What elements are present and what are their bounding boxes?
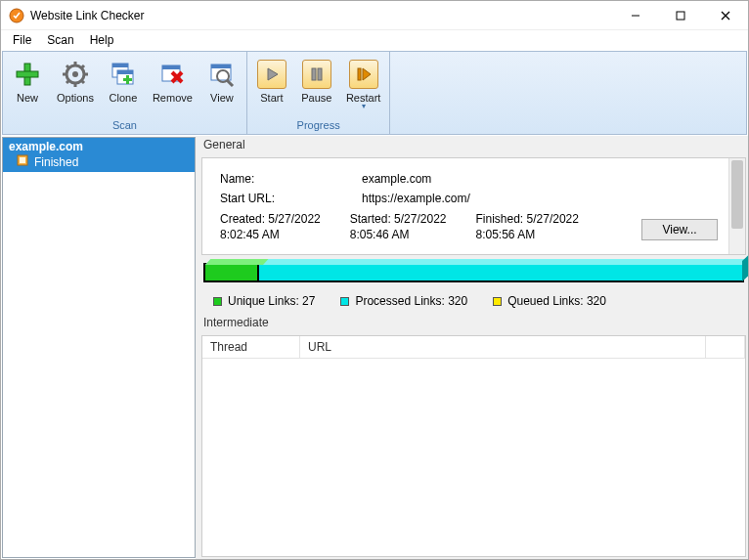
legend-swatch-green [213,297,222,306]
col-end [706,336,745,358]
intermediate-header: Thread URL [202,336,745,359]
legend-unique: Unique Links: 27 [213,294,315,308]
svg-rect-34 [358,68,361,80]
svg-line-30 [227,80,233,86]
ribbon-group-label-scan: Scan [3,117,246,134]
main-panel: General Name: example.com Start URL: htt… [196,136,748,559]
menu-file[interactable]: File [5,31,39,49]
intermediate-section-label: Intermediate [201,314,746,331]
sidebar-item-domain: example.com [9,140,189,153]
titlebar: Website Link Checker [1,1,748,30]
chevron-down-icon: ▾ [346,104,380,109]
legend-swatch-cyan [340,297,349,306]
svg-line-15 [66,80,69,83]
remove-icon [156,59,188,90]
general-scrollbar[interactable] [728,158,745,254]
gear-icon [60,59,91,90]
svg-line-14 [81,80,84,83]
svg-point-8 [72,71,78,77]
svg-rect-33 [318,68,322,80]
svg-rect-2 [677,12,684,20]
col-url[interactable]: URL [300,336,706,358]
created-cell: Created: 5/27/20228:02:45 AM [220,211,321,242]
svg-line-16 [81,65,84,68]
ribbon-group-scan: New Options Clone Remove [3,52,247,134]
svg-rect-28 [211,65,231,68]
intermediate-panel: Thread URL [201,335,746,557]
name-value: example.com [362,172,431,186]
svg-rect-6 [17,71,38,77]
sidebar[interactable]: example.com Finished [2,137,196,558]
view-details-button[interactable]: View... [641,219,718,240]
magnifier-icon [206,59,238,90]
progressbar-done [205,265,259,280]
ribbon: New Options Clone Remove [2,51,747,135]
progressbar [203,263,744,282]
status-icon [17,154,28,169]
svg-rect-20 [117,70,133,74]
pause-icon [301,59,332,90]
maximize-button[interactable] [658,1,703,30]
start-button[interactable]: Start [249,56,294,117]
starturl-label: Start URL: [220,192,362,205]
svg-line-13 [66,65,69,68]
view-button[interactable]: View [199,56,244,117]
app-icon [9,8,24,23]
workspace: example.com Finished General Name: examp… [1,136,748,559]
svg-marker-31 [268,68,278,80]
legend: Unique Links: 27 Processed Links: 320 Qu… [201,288,746,310]
svg-rect-37 [20,157,25,163]
window-title: Website Link Checker [30,9,145,22]
finished-cell: Finished: 5/27/20228:05:56 AM [476,211,579,242]
svg-rect-18 [112,64,128,67]
svg-rect-22 [123,78,132,81]
legend-queued: Queued Links: 320 [493,294,606,308]
sidebar-item-status: Finished [34,155,78,169]
plus-icon [12,59,43,90]
new-button[interactable]: New [5,56,50,117]
menu-scan[interactable]: Scan [39,31,81,49]
svg-marker-35 [363,68,371,80]
clone-button[interactable]: Clone [101,56,146,117]
general-panel: Name: example.com Start URL: https://exa… [201,157,746,255]
starturl-value: https://example.com/ [362,192,470,205]
restart-button[interactable]: Restart▾ [339,56,387,117]
restart-icon [348,59,379,90]
progressbar-wrap [201,259,746,284]
legend-swatch-yellow [493,297,502,306]
close-button[interactable] [703,1,748,30]
svg-rect-24 [162,65,180,69]
started-cell: Started: 5/27/20228:05:46 AM [350,211,447,242]
name-label: Name: [220,172,362,186]
minimize-button[interactable] [613,1,658,30]
pause-button[interactable]: Pause [294,56,339,117]
ribbon-group-label-progress: Progress [247,117,389,134]
general-section-label: General [201,136,746,153]
options-button[interactable]: Options [50,56,101,117]
sidebar-item[interactable]: example.com Finished [3,138,195,172]
svg-rect-32 [312,68,316,80]
legend-processed: Processed Links: 320 [340,294,467,308]
remove-button[interactable]: Remove [146,56,199,117]
menu-help[interactable]: Help [82,31,122,49]
clone-icon [108,59,139,90]
ribbon-group-progress: Start Pause Restart▾ Progress [247,52,390,134]
col-thread[interactable]: Thread [202,336,300,358]
play-icon [256,59,287,90]
menubar: File Scan Help [1,30,748,50]
